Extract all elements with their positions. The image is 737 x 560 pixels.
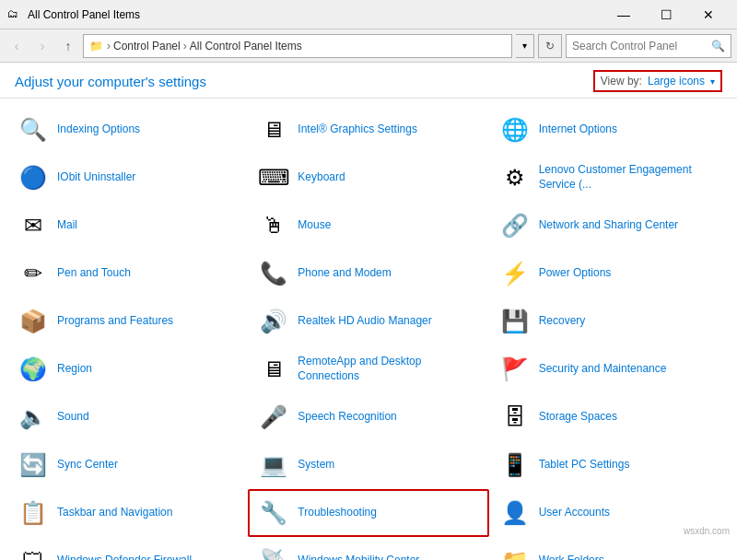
internet-options-icon: 🌐 <box>498 113 532 146</box>
keyboard-icon: ⌨ <box>257 161 290 194</box>
search-icon: 🔍 <box>711 40 725 52</box>
sound-label: Sound <box>57 410 89 425</box>
windows-defender-label: Windows Defender Firewall <box>57 554 192 560</box>
grid-item-security-maintenance[interactable]: 🚩Security and Maintenance <box>489 345 730 393</box>
grid-item-lenovo-customer[interactable]: ⚙Lenovo Customer Engagement Service (... <box>489 154 730 202</box>
security-maintenance-label: Security and Maintenance <box>539 362 667 377</box>
minimize-button[interactable]: — <box>602 0 645 29</box>
speech-recognition-label: Speech Recognition <box>298 410 396 425</box>
grid-item-power-options[interactable]: ⚡Power Options <box>489 250 730 298</box>
path-control-panel[interactable]: Control Panel <box>113 40 181 52</box>
sound-icon: 🔈 <box>17 401 50 434</box>
phone-modem-label: Phone and Modem <box>298 266 391 281</box>
realtek-audio-label: Realtek HD Audio Manager <box>298 314 431 329</box>
items-grid: 🔍Indexing Options🖥Intel® Graphics Settin… <box>7 106 730 560</box>
pen-touch-label: Pen and Touch <box>57 266 131 281</box>
grid-item-mouse[interactable]: 🖱Mouse <box>248 202 488 250</box>
remoteapp-label: RemoteApp and Desktop Connections <box>298 355 479 383</box>
grid-item-taskbar-navigation[interactable]: 📋Taskbar and Navigation <box>7 489 248 537</box>
tablet-pc-settings-label: Tablet PC Settings <box>539 458 630 472</box>
power-options-label: Power Options <box>539 266 612 281</box>
user-accounts-icon: 👤 <box>498 496 532 530</box>
iobit-uninstaller-label: IObit Uninstaller <box>57 170 135 185</box>
keyboard-label: Keyboard <box>298 170 345 185</box>
view-by-value[interactable]: Large icons <box>648 75 705 88</box>
grid-item-internet-options[interactable]: 🌐Internet Options <box>489 106 730 154</box>
view-by-label: View by: <box>601 75 642 88</box>
grid-item-tablet-pc-settings[interactable]: 📱Tablet PC Settings <box>489 441 730 489</box>
system-label: System <box>298 458 334 472</box>
work-folders-icon: 📁 <box>498 544 532 560</box>
recovery-icon: 💾 <box>498 305 532 338</box>
path-all-items[interactable]: All Control Panel Items <box>190 40 302 52</box>
path-separator: › <box>183 40 187 52</box>
grid-item-sync-center[interactable]: 🔄Sync Center <box>7 441 248 489</box>
view-by-control[interactable]: View by: Large icons ▾ <box>593 70 722 92</box>
grid-item-indexing-options[interactable]: 🔍Indexing Options <box>7 106 248 154</box>
view-by-arrow[interactable]: ▾ <box>710 76 715 87</box>
search-box[interactable]: 🔍 <box>566 34 731 58</box>
path-arrow: › <box>107 40 111 52</box>
address-path[interactable]: 📁 › Control Panel › All Control Panel It… <box>83 34 512 58</box>
tablet-pc-settings-icon: 📱 <box>498 449 532 482</box>
up-button[interactable]: ↑ <box>57 35 79 57</box>
back-button[interactable]: ‹ <box>6 35 28 57</box>
grid-item-mail[interactable]: ✉Mail <box>7 202 248 250</box>
grid-item-network-sharing[interactable]: 🔗Network and Sharing Center <box>489 202 730 250</box>
user-accounts-label: User Accounts <box>539 506 610 520</box>
programs-features-icon: 📦 <box>17 305 50 338</box>
storage-spaces-icon: 🗄 <box>498 401 532 434</box>
system-icon: 💻 <box>257 449 290 482</box>
taskbar-navigation-label: Taskbar and Navigation <box>57 506 172 520</box>
taskbar-navigation-icon: 📋 <box>17 496 50 530</box>
grid-item-work-folders[interactable]: 📁Work Folders <box>489 537 730 560</box>
grid-item-pen-touch[interactable]: ✏Pen and Touch <box>7 250 248 298</box>
grid-item-speech-recognition[interactable]: 🎤Speech Recognition <box>248 393 488 441</box>
intel-graphics-label: Intel® Graphics Settings <box>298 122 417 137</box>
work-folders-label: Work Folders <box>539 554 604 560</box>
search-input[interactable] <box>572 40 711 52</box>
grid-item-iobit-uninstaller[interactable]: 🔵IObit Uninstaller <box>7 154 248 202</box>
windows-mobility-icon: 📡 <box>257 544 290 560</box>
network-sharing-label: Network and Sharing Center <box>539 218 678 233</box>
grid-item-programs-features[interactable]: 📦Programs and Features <box>7 298 248 345</box>
forward-button[interactable]: › <box>31 35 53 57</box>
phone-modem-icon: 📞 <box>257 257 290 290</box>
grid-item-intel-graphics[interactable]: 🖥Intel® Graphics Settings <box>248 106 488 154</box>
grid-item-remoteapp[interactable]: 🖥RemoteApp and Desktop Connections <box>248 345 488 393</box>
network-sharing-icon: 🔗 <box>498 209 532 242</box>
sync-center-icon: 🔄 <box>17 449 50 482</box>
lenovo-customer-icon: ⚙ <box>498 161 532 194</box>
internet-options-label: Internet Options <box>539 122 617 137</box>
mail-icon: ✉ <box>17 209 50 242</box>
power-options-icon: ⚡ <box>498 257 532 290</box>
grid-item-troubleshooting[interactable]: 🔧Troubleshooting <box>248 489 488 537</box>
mouse-icon: 🖱 <box>257 209 290 242</box>
realtek-audio-icon: 🔊 <box>257 305 290 338</box>
indexing-options-icon: 🔍 <box>17 113 50 146</box>
close-button[interactable]: ✕ <box>687 0 730 29</box>
programs-features-label: Programs and Features <box>57 314 173 329</box>
grid-item-windows-mobility[interactable]: 📡Windows Mobility Center <box>248 537 488 560</box>
grid-item-windows-defender[interactable]: 🛡Windows Defender Firewall <box>7 537 248 560</box>
storage-spaces-label: Storage Spaces <box>539 410 617 425</box>
windows-mobility-label: Windows Mobility Center <box>298 554 419 560</box>
grid-item-sound[interactable]: 🔈Sound <box>7 393 248 441</box>
grid-item-system[interactable]: 💻System <box>248 441 488 489</box>
main-content: Adjust your computer's settings View by:… <box>0 63 737 560</box>
address-dropdown[interactable]: ▾ <box>516 34 534 58</box>
grid-item-recovery[interactable]: 💾Recovery <box>489 298 730 345</box>
window-controls: — ☐ ✕ <box>602 0 730 29</box>
grid-item-storage-spaces[interactable]: 🗄Storage Spaces <box>489 393 730 441</box>
troubleshooting-label: Troubleshooting <box>298 506 377 520</box>
iobit-uninstaller-icon: 🔵 <box>17 161 50 194</box>
grid-item-keyboard[interactable]: ⌨Keyboard <box>248 154 488 202</box>
refresh-button[interactable]: ↻ <box>538 34 562 58</box>
title-bar: 🗂 All Control Panel Items — ☐ ✕ <box>0 0 737 29</box>
grid-item-phone-modem[interactable]: 📞Phone and Modem <box>248 250 488 298</box>
lenovo-customer-label: Lenovo Customer Engagement Service (... <box>539 163 720 192</box>
window-title: All Control Panel Items <box>28 8 602 21</box>
maximize-button[interactable]: ☐ <box>645 0 687 29</box>
grid-item-region[interactable]: 🌍Region <box>7 345 248 393</box>
grid-item-realtek-audio[interactable]: 🔊Realtek HD Audio Manager <box>248 298 488 345</box>
